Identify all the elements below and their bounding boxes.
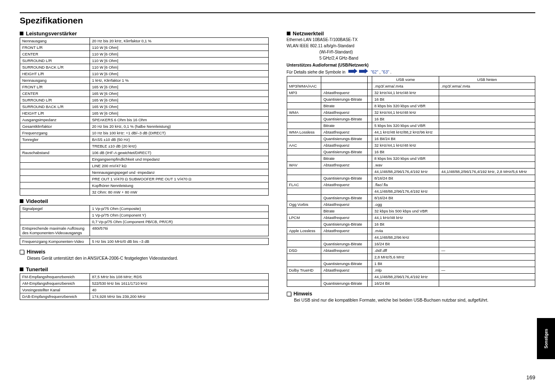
note-icon [20, 250, 24, 254]
format-name [287, 188, 321, 195]
param-name [321, 274, 367, 280]
table-row: DSDAbtastfrequenz.dsf/.dff— [287, 247, 535, 254]
table-row: CENTER165 W [6 Ohm] [20, 90, 269, 97]
format-name: WMA [287, 109, 321, 116]
param-value [439, 116, 535, 122]
table-row: Bitrate5 kbps bis 320 kbps und VBR [287, 122, 535, 129]
param-name: Abtastfrequenz [321, 162, 367, 168]
table-row: 0,7 Vp-p/75 Ohm (Component PB/CB, PR/CR) [20, 219, 269, 225]
spec-value: 32 Ohm: 80 mW + 80 mW [90, 189, 269, 196]
spec-label: FRONT L/R [20, 84, 90, 90]
table-row: WMA LosslessAbtastfrequenz44,1 kHz/48 kH… [287, 129, 535, 136]
table-row: Quantisierungs-Bitrate16/24 Bit [287, 241, 535, 247]
spec-label: Signalpegel [20, 205, 90, 212]
spec-value: 87,5 MHz bis 108 MHz; RDS [90, 274, 269, 280]
spec-label [20, 169, 90, 176]
param-value: — [439, 247, 535, 254]
param-value: 16/24 Bit [372, 280, 439, 287]
table-row: 2,8 MHz/5,6 MHz [287, 254, 535, 261]
param-value [439, 195, 535, 201]
param-value [439, 254, 535, 261]
table-row: 44,1/48/88,2/96/176,4/192 kHz44,1/48/88,… [287, 168, 535, 175]
param-value [439, 234, 535, 241]
square-bullet-icon [20, 267, 23, 271]
spec-label [20, 163, 90, 169]
param-value: 44,1/48/88,2/96/176,4/192 kHz [372, 274, 439, 280]
spec-value: 20 Hz bis 20 kHz, Klirrfaktor 0,1 % [90, 38, 269, 44]
spec-value: Kopfhörer-Nennleistung [90, 182, 269, 189]
spec-label: Nennausgang [20, 38, 90, 44]
param-value [367, 90, 372, 96]
arrow-link-1[interactable]: "62" [371, 70, 378, 74]
spec-label [20, 143, 90, 150]
param-name: Bitrate [321, 122, 367, 129]
table-row: Nennausgang1 kHz, Klirrfaktor 1 % [20, 77, 269, 84]
table-row: Nennausgangspegel und -impedanz [20, 169, 269, 176]
table-row: WAVAbtastfrequenz.wav [287, 162, 535, 168]
table-row: Bitrate8 kbps bis 320 kbps und VBR [287, 103, 535, 109]
param-value [367, 109, 372, 116]
param-value [367, 182, 372, 188]
right-column: Netzwerkteil Ethernet-LAN 10BASE-T/100BA… [287, 28, 536, 302]
spec-value: Eingangsempfindlichkeit und Impedanz [90, 156, 269, 163]
format-name [287, 122, 321, 129]
format-name [287, 155, 321, 162]
two-column-layout: Leistungsverstärker Nennausgang20 Hz bis… [20, 28, 535, 302]
table-row: Frequenzgang10 Hz bis 100 kHz: +1 dB/–3 … [20, 130, 269, 136]
param-name: Quantisierungs-Bitrate [321, 241, 367, 247]
param-name: Bitrate [321, 103, 367, 109]
table-header [367, 76, 372, 83]
format-name [287, 168, 321, 175]
format-name: WMA Lossless [287, 129, 321, 136]
param-value: .flac/.fla [372, 182, 439, 188]
spec-label: SURROUND BACK L/R [20, 64, 90, 71]
spec-label: Rauschabstand [20, 150, 90, 156]
spec-label: Voreingestellter Kanal [20, 287, 90, 293]
param-name: Quantisierungs-Bitrate [321, 195, 367, 201]
param-value: .wav [372, 162, 439, 168]
square-bullet-icon [287, 32, 290, 35]
table-row: MP3/WMA/AAC.mp3/.wma/.m4a.mp3/.wma/.m4a [287, 83, 535, 90]
format-name: AAC [287, 142, 321, 149]
param-name: Quantisierungs-Bitrate [321, 116, 367, 122]
table-row: LPCMAbtastfrequenz44,1 kHz/48 kHz [287, 214, 535, 221]
table-row: Rauschabstand106 dB (IHF-A gewichtet/DIR… [20, 150, 269, 156]
spec-value: Nennausgangspegel und -impedanz [90, 169, 269, 176]
arrow-link-2[interactable]: "63" [382, 70, 389, 74]
note2-title: Hinweis [294, 291, 312, 297]
param-value: 8/16/24 Bit [372, 175, 439, 182]
param-value [439, 109, 535, 116]
param-value [367, 195, 372, 201]
spec-label [20, 219, 90, 225]
param-name: Bitrate [321, 208, 367, 214]
network-line-1: WLAN IEEE 802.11 a/b/g/n-Standard [287, 44, 536, 48]
spec-label: Frequenzgang Komponenten-Video [20, 238, 90, 245]
param-value [367, 241, 372, 247]
note2-body: Bei USB sind nur die kompatiblen Formate… [294, 297, 536, 302]
table-row: Gesamtklirrfaktor20 Hz bis 20 kHz, 0,1 %… [20, 123, 269, 130]
note-title: Hinweis [27, 249, 45, 255]
video-extra-table: Frequenzgang Komponenten-Video5 Hz bis 1… [20, 238, 269, 245]
spec-label: FRONT L/R [20, 44, 90, 51]
spec-value: 106 dB (IHF-A gewichtet/DIRECT) [90, 150, 269, 156]
param-value [439, 201, 535, 208]
table-header: USB vorne [372, 76, 439, 83]
table-row: Voreingestellter Kanal40 [20, 287, 269, 293]
format-name [287, 195, 321, 201]
spec-value: 110 W [6 Ohm] [90, 71, 269, 77]
table-row: 44,1/48/88,2/96/176,4/192 kHz [287, 188, 535, 195]
arrow-right-icon[interactable] [348, 69, 357, 74]
param-value [367, 188, 372, 195]
param-value: .mp3/.wma/.m4a [439, 83, 535, 90]
param-value [367, 96, 372, 103]
table-header: USB hinten [439, 76, 535, 83]
table-row: Kopfhörer-Nennleistung [20, 182, 269, 189]
table-row: FLACAbtastfrequenz.flac/.fla [287, 182, 535, 188]
param-value: 8/16/24 Bit [372, 195, 439, 201]
table-row: Bitrate32 kbps bis 500 kbps und VBR [287, 208, 535, 214]
format-name [287, 261, 321, 267]
format-name [287, 208, 321, 214]
param-value [367, 221, 372, 228]
param-name [321, 188, 367, 195]
arrow-right-icon[interactable] [359, 69, 368, 74]
